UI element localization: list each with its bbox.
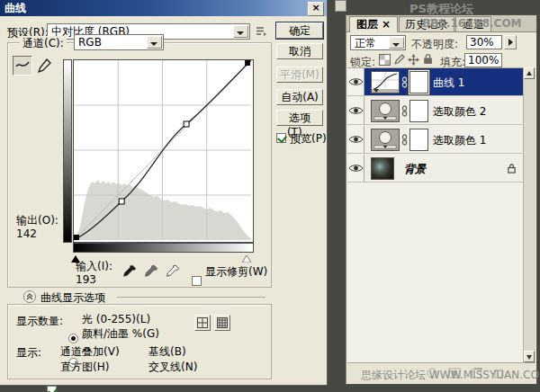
channel-select[interactable]: RGB [74,34,164,50]
selective-color-thumbnail[interactable] [371,129,400,151]
layer-row-selective1[interactable]: 选取颜色 1 [347,126,526,154]
layers-scrollbar[interactable] [523,67,536,362]
layer-content[interactable]: 选取颜色 1 [364,126,526,154]
selective-color-thumbnail[interactable] [371,100,400,122]
show-clipping-label: 显示修剪(W) [205,264,267,280]
lock-transparency-icon[interactable] [379,54,391,68]
dialog-title: 曲线 [4,2,26,14]
layer-name: 曲线 1 [433,76,464,91]
blend-mode-select[interactable]: 正常 [350,35,406,50]
channel-value: RGB [78,36,102,49]
mask-link-icon[interactable] [401,134,408,148]
light-radio[interactable] [68,334,78,343]
watermark-bottom: 思缘设计论坛 WWW.MISSYUAN.COM [361,368,540,383]
layer-row-background[interactable]: 背景 [347,155,526,183]
layer-content[interactable]: 选取颜色 2 [364,97,526,125]
curve-grid[interactable] [73,59,254,243]
close-icon[interactable]: × [308,2,324,16]
opacity-value[interactable]: 30% [466,35,502,49]
tab-layers[interactable]: 图层 × [349,16,398,32]
cancel-button[interactable]: 取消 [276,43,323,59]
curve-plot [74,60,251,240]
ink-radio-label: 颜料/油墨 %(G) [82,326,159,342]
show-amount-label: 显示数量: [16,314,63,329]
scroll-down-icon[interactable] [524,351,535,362]
opacity-spinner-icon[interactable] [504,35,517,49]
white-point-slider[interactable] [242,253,251,265]
layer-mask-thumbnail[interactable] [410,100,428,122]
chevron-down-icon[interactable] [147,36,162,49]
mask-link-icon[interactable] [401,105,408,120]
light-radio-label: 光 (0-255)(L) [82,312,150,327]
background-lock-icon [507,163,517,176]
baseline-label: 基线(B) [148,344,186,360]
layer-row-selective2[interactable]: 选取颜色 2 [347,97,526,125]
layer-name: 选取颜色 1 [433,133,486,148]
layer-mask-thumbnail[interactable] [410,129,428,151]
pencil-tool-icon[interactable] [36,58,54,76]
layer-row-curves1[interactable]: 曲线 1 [347,68,526,96]
input-value: 193 [76,273,96,286]
histogram-label: 直方图(H) [60,360,109,375]
watermark-tabs: BBS.16XX8.COM [422,17,522,30]
gray-eyedropper-icon[interactable] [144,264,158,281]
background-photo-thumbnail[interactable] [371,157,394,180]
white-eyedropper-icon[interactable] [166,264,180,281]
input-label: 输入(I): [76,259,112,274]
collapse-section-icon[interactable] [23,290,36,303]
layer-mask-thumbnail[interactable] [410,71,428,94]
photoshop-screen: 曲线 × 预设(R): 中对比度 (RGB) 确定 取消 平滑(M) 自动(A)… [0,0,540,392]
preset-options-icon[interactable] [256,25,267,37]
show-label: 显示: [16,345,41,361]
layers-panel: 图层 × 历史记录 通道 BBS.16XX8.COM 正常 不透明度: 30% … [346,14,537,385]
curve-point-tool-icon[interactable] [13,56,32,76]
fill-value[interactable]: 100% [464,53,502,67]
mask-link-icon[interactable] [401,76,408,91]
section-divider [117,297,266,298]
lock-pixels-icon[interactable] [393,54,405,68]
visibility-cell[interactable] [347,68,364,96]
intersection-label: 交叉线(N) [148,360,197,375]
document-scrollbar[interactable] [335,0,346,12]
lock-position-icon[interactable] [408,54,419,68]
smooth-button: 平滑(M) [276,67,323,83]
channel-overlay-label: 通道叠加(V) [60,344,120,360]
preview-label: 预览(P) [290,131,327,147]
black-eyedropper-icon[interactable] [122,264,137,281]
dialog-titlebar[interactable]: 曲线 × [0,0,327,16]
channel-overlay-checkbox[interactable] [47,386,57,392]
layer-name: 选取颜色 2 [433,104,486,120]
layer-content[interactable]: 背景 [364,155,526,183]
curves-dialog: 曲线 × 预设(R): 中对比度 (RGB) 确定 取消 平滑(M) 自动(A)… [0,0,328,386]
scroll-up-icon[interactable] [524,67,535,79]
layer-content[interactable]: 曲线 1 [364,68,526,96]
chevron-down-icon[interactable] [233,25,248,38]
visibility-cell[interactable] [347,97,364,125]
layer-name: 背景 [404,162,426,177]
ok-button[interactable]: 确定 [276,22,323,39]
curves-adjustment-thumbnail[interactable] [371,71,400,94]
auto-button[interactable]: 自动(A) [276,89,323,105]
options-button[interactable]: 选项(T)... [276,110,323,126]
chevron-down-icon[interactable] [389,37,404,49]
output-label: 输出(O): [16,213,58,228]
input-gradient-bar [73,243,254,253]
output-value: 142 [16,227,37,240]
show-clipping-checkbox[interactable] [192,276,202,286]
lock-all-icon[interactable] [422,53,434,67]
output-gradient-bar [63,59,72,243]
blend-mode-value: 正常 [355,37,376,49]
simple-grid-icon[interactable] [194,315,211,331]
channel-label: 通道(C): [20,36,67,51]
detailed-grid-icon[interactable] [214,315,230,331]
visibility-cell[interactable] [347,155,364,183]
visibility-cell[interactable] [347,126,364,154]
preview-checkbox[interactable] [276,133,286,143]
opacity-label: 不透明度: [411,37,458,52]
